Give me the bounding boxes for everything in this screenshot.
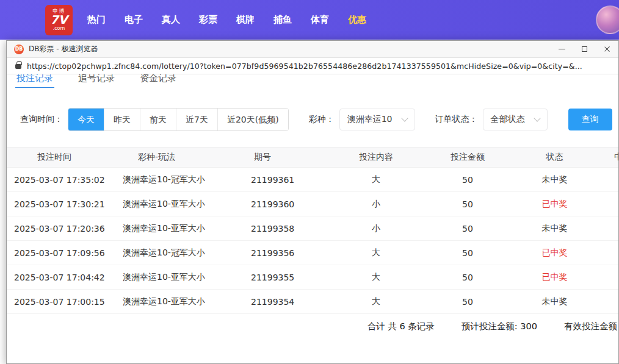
order-status-value: 全部状态 bbox=[491, 114, 525, 125]
col-header-content: 投注内容 bbox=[330, 148, 422, 168]
nav-item-sports[interactable]: 体育 bbox=[311, 14, 329, 26]
tab-chase-records[interactable]: 追号记录 bbox=[77, 74, 116, 88]
row-winnings bbox=[596, 192, 618, 216]
site-header: 申博 7V .com 热门 电子 真人 彩票 棋牌 捕鱼 体育 优惠 bbox=[0, 0, 619, 40]
col-header-time: 投注时间 bbox=[7, 148, 117, 168]
tab-bet-records[interactable]: 投注记录 bbox=[15, 74, 54, 88]
site-logo[interactable]: 申博 7V .com bbox=[45, 5, 73, 35]
col-header-issue: 期号 bbox=[239, 148, 330, 168]
summary-valid-amount: 有效投注金额 bbox=[564, 321, 617, 332]
row-amount: 50 bbox=[422, 290, 513, 314]
col-header-game: 彩种-玩法 bbox=[117, 148, 239, 168]
row-time: 2025-03-07 17:00:15 bbox=[7, 290, 117, 314]
window-controls bbox=[551, 41, 618, 57]
row-status: 已中奖 bbox=[513, 241, 596, 265]
row-game: 澳洲幸运10-亚军大小 bbox=[117, 192, 239, 216]
time-option-today[interactable]: 今天 bbox=[68, 109, 104, 130]
row-winnings bbox=[596, 216, 618, 241]
table-header-row: 投注时间 彩种-玩法 期号 投注内容 投注金额 状态 中 bbox=[7, 148, 618, 168]
col-header-winnings: 中 bbox=[596, 148, 618, 168]
summary-total-records: 合计 共 6 条记录 bbox=[367, 321, 435, 332]
table-row: 2025-03-07 17:30:21 澳洲幸运10-亚军大小 21199360… bbox=[7, 192, 618, 216]
time-filter-group: 今天 昨天 前天 近7天 近20天(低频) bbox=[68, 108, 289, 131]
row-status: 已中奖 bbox=[513, 192, 596, 216]
row-game: 澳洲幸运10-亚军大小 bbox=[117, 290, 239, 314]
lottery-select[interactable]: 澳洲幸运10 bbox=[339, 109, 415, 130]
row-game: 澳洲幸运10-冠军大小 bbox=[117, 241, 239, 265]
window-title: DB彩票 - 极速浏览器 bbox=[29, 44, 98, 54]
nav-item-lottery[interactable]: 彩票 bbox=[199, 14, 217, 26]
time-option-7days[interactable]: 近7天 bbox=[176, 109, 217, 130]
table-row: 2025-03-07 17:35:02 澳洲幸运10-冠军大小 21199361… bbox=[7, 168, 618, 192]
row-time: 2025-03-07 17:09:56 bbox=[7, 241, 117, 265]
nav-item-slots[interactable]: 电子 bbox=[125, 14, 143, 26]
col-header-status: 状态 bbox=[513, 148, 596, 168]
row-game: 澳洲幸运10-冠军大小 bbox=[117, 168, 239, 192]
table-row: 2025-03-07 17:04:42 澳洲幸运10-亚军大小 21199355… bbox=[7, 265, 618, 290]
time-option-yesterday[interactable]: 昨天 bbox=[104, 109, 140, 130]
row-content: 大 bbox=[330, 168, 422, 192]
address-bar[interactable]: https://ctop02pchwp1.zfnc84.com/lottery/… bbox=[7, 58, 618, 74]
time-option-daybefore[interactable]: 前天 bbox=[140, 109, 176, 130]
row-issue: 21199356 bbox=[239, 241, 330, 265]
logo-line2: 7V bbox=[51, 14, 68, 26]
window-titlebar[interactable]: DB DB彩票 - 极速浏览器 bbox=[7, 41, 618, 58]
row-issue: 21199355 bbox=[239, 265, 330, 290]
order-status-select[interactable]: 全部状态 bbox=[483, 109, 548, 130]
row-amount: 50 bbox=[422, 265, 513, 290]
row-time: 2025-03-07 17:04:42 bbox=[7, 265, 117, 290]
row-amount: 50 bbox=[422, 168, 513, 192]
row-content: 大 bbox=[330, 265, 422, 290]
nav-item-live[interactable]: 真人 bbox=[162, 14, 180, 26]
user-avatar[interactable] bbox=[596, 5, 619, 34]
row-winnings bbox=[596, 290, 618, 314]
row-game: 澳洲幸运10-亚军大小 bbox=[117, 216, 239, 241]
row-content: 大 bbox=[330, 290, 422, 314]
row-amount: 50 bbox=[422, 216, 513, 241]
lottery-filter-label: 彩种： bbox=[309, 114, 335, 125]
maximize-icon bbox=[582, 46, 587, 52]
row-issue: 21199354 bbox=[239, 290, 330, 314]
close-icon bbox=[604, 46, 610, 52]
lock-icon bbox=[15, 64, 21, 69]
chevron-down-icon bbox=[534, 115, 540, 121]
maximize-button[interactable] bbox=[573, 41, 596, 57]
summary-bar: 合计 共 6 条记录 预计投注金额: 300 有效投注金额 bbox=[7, 314, 618, 338]
row-status: 未中奖 bbox=[513, 216, 596, 241]
row-time: 2025-03-07 17:30:21 bbox=[7, 192, 117, 216]
records-table: 投注时间 彩种-玩法 期号 投注内容 投注金额 状态 中 2025-03-07 … bbox=[7, 147, 618, 314]
logo-line3: .com bbox=[53, 26, 65, 31]
close-button[interactable] bbox=[596, 41, 618, 57]
row-content: 小 bbox=[330, 216, 422, 241]
nav-item-hot[interactable]: 热门 bbox=[87, 14, 106, 26]
main-nav: 热门 电子 真人 彩票 棋牌 捕鱼 体育 优惠 bbox=[87, 14, 366, 26]
lottery-select-value: 澳洲幸运10 bbox=[347, 114, 393, 125]
records-table-wrap: 投注时间 彩种-玩法 期号 投注内容 投注金额 状态 中 2025-03-07 … bbox=[7, 147, 618, 314]
nav-item-promo[interactable]: 优惠 bbox=[348, 14, 366, 26]
record-tabs: 投注记录 追号记录 资金记录 bbox=[15, 74, 618, 88]
row-winnings bbox=[596, 265, 618, 290]
row-issue: 21199358 bbox=[239, 216, 330, 241]
search-button[interactable]: 查询 bbox=[568, 109, 612, 130]
row-time: 2025-03-07 17:35:02 bbox=[7, 168, 117, 192]
table-row: 2025-03-07 17:09:56 澳洲幸运10-冠军大小 21199356… bbox=[7, 241, 618, 265]
table-row: 2025-03-07 17:20:36 澳洲幸运10-亚军大小 21199358… bbox=[7, 216, 618, 241]
row-game: 澳洲幸运10-亚军大小 bbox=[117, 265, 239, 290]
row-status: 已中奖 bbox=[513, 265, 596, 290]
row-content: 大 bbox=[330, 241, 422, 265]
row-time: 2025-03-07 17:20:36 bbox=[7, 216, 117, 241]
url-text[interactable]: https://ctop02pchwp1.zfnc84.com/lottery/… bbox=[27, 62, 582, 71]
tab-fund-records[interactable]: 资金记录 bbox=[139, 74, 178, 88]
time-filter-label: 查询时间： bbox=[20, 114, 63, 125]
minimize-icon bbox=[559, 49, 565, 49]
nav-item-fishing[interactable]: 捕鱼 bbox=[273, 14, 292, 26]
row-issue: 21199360 bbox=[239, 192, 330, 216]
filter-bar: 查询时间： 今天 昨天 前天 近7天 近20天(低频) 彩种： 澳洲幸运10 订… bbox=[20, 108, 618, 131]
row-status: 未中奖 bbox=[513, 290, 596, 314]
minimize-button[interactable] bbox=[551, 41, 573, 57]
nav-item-cards[interactable]: 棋牌 bbox=[236, 14, 255, 26]
status-filter-label: 订单状态： bbox=[435, 114, 478, 125]
row-winnings bbox=[596, 241, 618, 265]
time-option-20days[interactable]: 近20天(低频) bbox=[217, 109, 288, 130]
row-winnings bbox=[596, 168, 618, 192]
